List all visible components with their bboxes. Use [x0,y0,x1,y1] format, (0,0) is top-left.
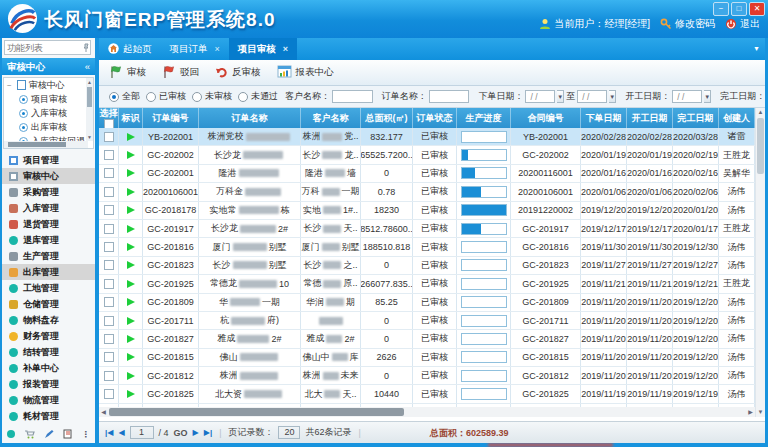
audit-button[interactable]: 审核 [109,65,146,81]
pen-icon[interactable] [44,429,54,439]
tab-project-audit[interactable]: 项目审核× [229,38,297,60]
cart-icon[interactable] [24,430,35,439]
logout-button[interactable]: 退出 [725,17,760,31]
table-row[interactable]: GC-201917 长沙龙2# 长沙天.. 8512.78600.. 已审核 G… [99,220,755,238]
sidebar-item-9[interactable]: 仓储管理 [2,296,95,312]
start-date-input[interactable]: / / [672,90,702,103]
tree-root-audit-center[interactable]: −审核中心 [4,78,93,92]
report-center-button[interactable]: 报表中心 [277,65,334,80]
page-size-input[interactable]: 20 [278,426,300,439]
row-checkbox[interactable] [104,297,114,307]
row-checkbox[interactable] [104,316,114,326]
tree-item-1[interactable]: 入库审核 [4,106,93,120]
row-checkbox[interactable] [104,205,114,215]
scroll-left-icon[interactable]: ◀ [99,407,108,417]
close-tab-icon[interactable]: × [215,44,220,54]
table-row[interactable]: GC-202002 长沙龙 长沙龙.. 65525.7200.. 已审核 GC-… [99,146,755,164]
sidebar-item-16[interactable]: 耗材管理 [2,408,95,424]
function-search-input[interactable] [5,43,82,53]
sidebar-item-10[interactable]: 物料盘存 [2,312,95,328]
sidebar-item-3[interactable]: 入库管理 [2,200,95,216]
table-row[interactable]: GC-201827 雅成2# 雅成2# 0 已审核 GC-201827 2019… [99,330,755,348]
row-checkbox[interactable] [104,371,114,381]
table-row[interactable]: GC-202001 隆港 隆港墙 0 已审核 20200116001 2020/… [99,165,755,183]
table-row[interactable]: GC-201816 厦门别墅 厦门别墅 188510.818 已审核 GC-20… [99,238,755,256]
tab-home-page[interactable]: 起始页 [99,38,161,60]
more-icon[interactable]: ⋮ [82,430,90,439]
tree-item-0[interactable]: 项目审核 [4,92,93,106]
table-row[interactable]: GC-201815 佛山 佛山中库 2626 已审核 GC-201815 201… [99,349,755,367]
prev-page-button[interactable]: ◀ [118,428,124,437]
radio-0[interactable] [109,92,119,102]
reject-button[interactable]: 驳回 [162,65,199,81]
sidebar-item-1[interactable]: 审核中心 [2,168,95,184]
scroll-right-icon[interactable]: ▶ [746,407,755,417]
scroll-down-icon[interactable]: ▼ [86,133,93,141]
table-row[interactable]: 20200106001 万科金 万科一期 0.78 已审核 2020010600… [99,183,755,201]
close-button[interactable]: ✕ [749,2,765,16]
change-password-button[interactable]: 修改密码 [660,17,715,31]
first-page-button[interactable]: |◀ [105,428,113,437]
table-row[interactable]: GC-201812 株洲 株洲未来 0 已审核 GC-201812 2019/1… [99,367,755,385]
maximize-button[interactable]: □ [731,2,747,16]
sidebar-item-14[interactable]: 报装管理 [2,376,95,392]
last-page-button[interactable]: ▶| [204,428,212,437]
row-checkbox[interactable] [104,242,114,252]
row-checkbox[interactable] [104,260,114,270]
dot-icon[interactable] [7,430,15,438]
radio-2[interactable] [192,92,202,102]
sidebar-item-2[interactable]: 采购管理 [2,184,95,200]
row-checkbox[interactable] [104,334,114,344]
order-date-to-input[interactable]: / / [577,90,607,103]
tab-overflow-icon[interactable]: ▼ [753,45,760,52]
table-row[interactable]: GC-201823 长沙别墅 长沙之.. 0 已审核 GC-201823 201… [99,257,755,275]
tree-vertical-scrollbar[interactable]: ▲ ▼ [86,78,93,141]
row-checkbox[interactable] [104,352,114,362]
customer-name-input[interactable] [332,90,373,103]
radio-3[interactable] [238,92,248,102]
order-date-from-input[interactable]: / / [525,90,555,103]
row-checkbox[interactable] [104,168,114,178]
table-row[interactable]: YB-202001 株洲党校 株洲党.. 832.177 已审核 YB-2020… [99,128,755,146]
grid-vertical-scrollbar[interactable]: ▲ ▼ [755,108,765,417]
sidebar-item-5[interactable]: 退库管理 [2,232,95,248]
close-tab-icon[interactable]: × [283,44,288,54]
book-icon[interactable] [63,429,73,439]
calendar-dropdown-icon[interactable]: ▼ [609,90,616,103]
tree-item-2[interactable]: 出库审核 [4,120,93,134]
sidebar-item-12[interactable]: 结转管理 [2,344,95,360]
row-checkbox[interactable] [104,224,114,234]
table-row[interactable]: GC-2018178 实地常栋 实地1#.. 18230 已审核 2019122… [99,202,755,220]
tab-project-orders[interactable]: 项目订单× [161,38,229,60]
pin-icon[interactable] [82,43,90,53]
tree-horizontal-scrollbar[interactable] [4,141,88,148]
scroll-up-icon[interactable]: ▲ [756,108,765,117]
order-name-input[interactable] [429,90,470,103]
sidebar-item-6[interactable]: 生产管理 [2,248,95,264]
next-page-button[interactable]: ▶ [193,428,199,437]
table-row[interactable]: GC-201809 华一期 华润期 85.25 已审核 GC-201809 20… [99,294,755,312]
table-row[interactable]: GC-201711 杭府) 0 已审核 GC-201711 2019/11/20… [99,312,755,330]
sidebar-item-11[interactable]: 财务管理 [2,328,95,344]
row-checkbox[interactable] [104,389,114,399]
sidebar-item-13[interactable]: 补单中心 [2,360,95,376]
row-checkbox[interactable] [104,279,114,289]
sidebar-item-8[interactable]: 工地管理 [2,280,95,296]
function-search-box[interactable] [4,40,91,55]
calendar-dropdown-icon[interactable]: ▼ [704,90,711,103]
sidebar-item-15[interactable]: 物流管理 [2,392,95,408]
radio-1[interactable] [146,92,156,102]
collapse-panel-icon[interactable]: « [85,58,90,75]
table-row[interactable]: GC-201825 北大资 北大天.. 10440 已审核 GC-201825 … [99,385,755,403]
grid-horizontal-scrollbar[interactable]: ◀ ▶ [99,407,755,417]
minimize-button[interactable]: − [713,2,729,16]
sidebar-item-7[interactable]: 出库管理 [2,264,95,280]
table-row[interactable]: GC-201925 常德龙10 常德原.. 266077.835.. 已审核 G… [99,275,755,293]
calendar-dropdown-icon[interactable]: ▼ [557,90,564,103]
unaudit-button[interactable]: 反审核 [215,65,261,80]
sidebar-item-0[interactable]: 项目管理 [2,152,95,168]
go-button[interactable]: GO [174,428,188,438]
page-number-input[interactable]: 1 [130,426,154,439]
row-checkbox[interactable] [104,150,114,160]
scroll-up-icon[interactable]: ▲ [86,78,93,86]
